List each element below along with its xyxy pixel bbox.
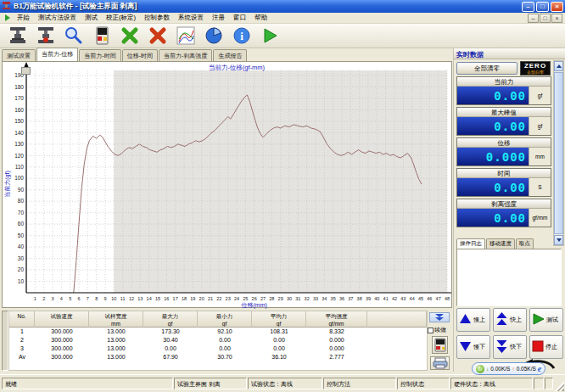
- meter-value: 0.00: [457, 117, 529, 135]
- column-header[interactable]: 试样宽度mm: [89, 311, 143, 328]
- svg-text:当前力-位移(gf-mm): 当前力-位移(gf-mm): [209, 64, 266, 71]
- menu-system-settings[interactable]: 系统设置: [174, 14, 208, 22]
- close-button[interactable]: ×: [551, 2, 563, 12]
- scroll-down-button[interactable]: [554, 235, 563, 245]
- table-cell: 0.000: [306, 344, 367, 353]
- mdi-restore-button[interactable]: □: [540, 14, 551, 23]
- menu-register[interactable]: 注册: [208, 14, 229, 22]
- table-row[interactable]: 2300.00013.00030.400.000.000.000: [9, 336, 427, 344]
- scroll-up-button[interactable]: [554, 61, 563, 71]
- meter-unit: gf: [529, 87, 551, 104]
- table-cell: 3: [9, 344, 35, 353]
- mdi-close-button[interactable]: ×: [551, 14, 562, 23]
- log-tab-operation-log[interactable]: 操作日志: [456, 238, 485, 249]
- memory-card-button[interactable]: [432, 336, 448, 354]
- machine-offline-icon[interactable]: [7, 25, 29, 47]
- menu-start[interactable]: 开始: [13, 14, 34, 22]
- tab-force-peel-strength[interactable]: 当前力-剥离强度: [159, 49, 212, 61]
- meter-unit: gf: [529, 117, 551, 135]
- browser-icon[interactable]: e: [538, 364, 541, 373]
- info-icon[interactable]: i: [231, 25, 253, 47]
- menu-control-params[interactable]: 控制参数: [140, 14, 174, 22]
- menu-test-method-setup[interactable]: 测试方法设置: [34, 14, 81, 22]
- delete-red-x-icon[interactable]: [147, 25, 169, 47]
- menu-calibration[interactable]: 校正(标定): [102, 14, 140, 22]
- realtime-data-panel: 实时数据 全部清零 ZERO 全部归零 当前力0.00gf最大峰值0.00gf位…: [453, 48, 565, 372]
- svg-text:44: 44: [410, 296, 415, 301]
- table-row[interactable]: Av300.00013.00067.9030.7036.102.777: [9, 353, 427, 361]
- restore-button[interactable]: □: [536, 2, 549, 12]
- mdi-minimize-button[interactable]: –: [528, 14, 539, 23]
- zero-button[interactable]: ZERO 全部归零: [520, 61, 551, 76]
- download-arrow-icon: ↓: [486, 366, 489, 372]
- memory-card-icon[interactable]: [91, 25, 113, 47]
- svg-text:5: 5: [69, 296, 71, 301]
- table-row[interactable]: 1300.00013.000173.3092.10108.318.332: [9, 328, 427, 336]
- column-header[interactable]: 试验速度: [35, 311, 89, 328]
- table-cell: 2: [9, 336, 35, 344]
- continue-checkbox[interactable]: [428, 328, 434, 333]
- tab-force-time[interactable]: 当前力-时间: [79, 49, 120, 61]
- tab-force-displacement[interactable]: 当前力-位移: [36, 48, 78, 61]
- collapse-table-button[interactable]: [429, 312, 450, 322]
- svg-text:15: 15: [155, 296, 160, 301]
- column-header-filler: [367, 311, 427, 328]
- table-cell: 0.00: [198, 344, 252, 353]
- upload-arrow-icon: ↑: [512, 366, 514, 372]
- tab-report[interactable]: 生成报告: [213, 49, 247, 61]
- machine-online-icon[interactable]: [35, 25, 57, 47]
- window-title: B1万能试验机软件 - [试验主界面 剥离]: [14, 2, 137, 12]
- tab-test-settings[interactable]: 测试设置: [2, 49, 36, 61]
- jog-stop[interactable]: 停止: [529, 335, 563, 359]
- column-header[interactable]: 平均力gf: [252, 311, 306, 328]
- table-cell: 13.000: [89, 353, 143, 361]
- column-header[interactable]: 最小力gf: [198, 311, 252, 328]
- curves-chart-icon[interactable]: [175, 25, 197, 47]
- table-side-controls: 续做: [428, 311, 453, 372]
- jog-fast-up-arrow[interactable]: 快上: [493, 308, 527, 332]
- table-cell: 0.000: [306, 336, 367, 344]
- tab-displacement-time[interactable]: 位移-时间: [122, 49, 158, 61]
- svg-text:位移(mm): 位移(mm): [242, 302, 267, 309]
- log-tab-move-speed[interactable]: 移动速度: [486, 238, 515, 249]
- svg-text:12: 12: [129, 296, 134, 301]
- upload-speed: 0.05K/S: [517, 366, 536, 372]
- column-header[interactable]: 最大力gf: [143, 311, 198, 328]
- log-tab-pick-points[interactable]: 取点: [516, 238, 534, 249]
- jog-fast-down-arrow[interactable]: 快下: [493, 335, 527, 359]
- table-row[interactable]: 3300.00013.0000.000.000.000.000: [9, 344, 427, 353]
- scrollbar-thumb[interactable]: [554, 72, 563, 234]
- column-header[interactable]: No.: [9, 311, 35, 328]
- menu-test[interactable]: 测试: [81, 14, 102, 22]
- jog-slow-down-arrow[interactable]: 慢下: [456, 335, 490, 359]
- column-header[interactable]: 平均强度gf/mm: [306, 311, 367, 328]
- start-play-icon[interactable]: [259, 25, 281, 47]
- meter-value: 0.00: [457, 209, 529, 227]
- clear-green-x-icon[interactable]: [119, 25, 141, 47]
- svg-text:当前力(gf): 当前力(gf): [4, 171, 11, 198]
- meter-display-row: 0.00gf: [457, 117, 551, 135]
- zero-all-button[interactable]: 全部清零: [456, 62, 517, 75]
- jog-label: 慢下: [473, 343, 485, 351]
- svg-text:26: 26: [252, 296, 257, 301]
- print-button[interactable]: [430, 356, 450, 370]
- menu-help[interactable]: 帮助: [250, 14, 271, 22]
- svg-text:38: 38: [357, 296, 362, 301]
- table-cell: 8.332: [306, 328, 367, 336]
- meter-time: 时间0.00S: [456, 168, 551, 197]
- svg-text:20: 20: [199, 296, 204, 301]
- preview-magnifier-icon[interactable]: [63, 25, 85, 47]
- svg-text:90: 90: [18, 187, 25, 193]
- minimize-button[interactable]: –: [522, 2, 534, 12]
- svg-text:70: 70: [18, 210, 25, 216]
- jog-test-play[interactable]: 测试: [529, 308, 563, 332]
- jog-slow-up-arrow[interactable]: 慢上: [456, 308, 490, 332]
- panel-scrollbar[interactable]: [553, 60, 564, 246]
- operation-log-list[interactable]: [456, 249, 562, 306]
- pie-chart-icon[interactable]: [203, 25, 225, 47]
- menu-bar: 开始测试方法设置测试校正(标定)控制参数系统设置注册窗口帮助 – □ ×: [0, 13, 565, 24]
- net-speed-widget[interactable]: ↻ ↓ 0.00K/S ↑ 0.05K/S e: [472, 362, 545, 375]
- resize-grip[interactable]: [555, 382, 564, 391]
- chart-options-button[interactable]: [21, 67, 31, 75]
- menu-window[interactable]: 窗口: [229, 14, 250, 22]
